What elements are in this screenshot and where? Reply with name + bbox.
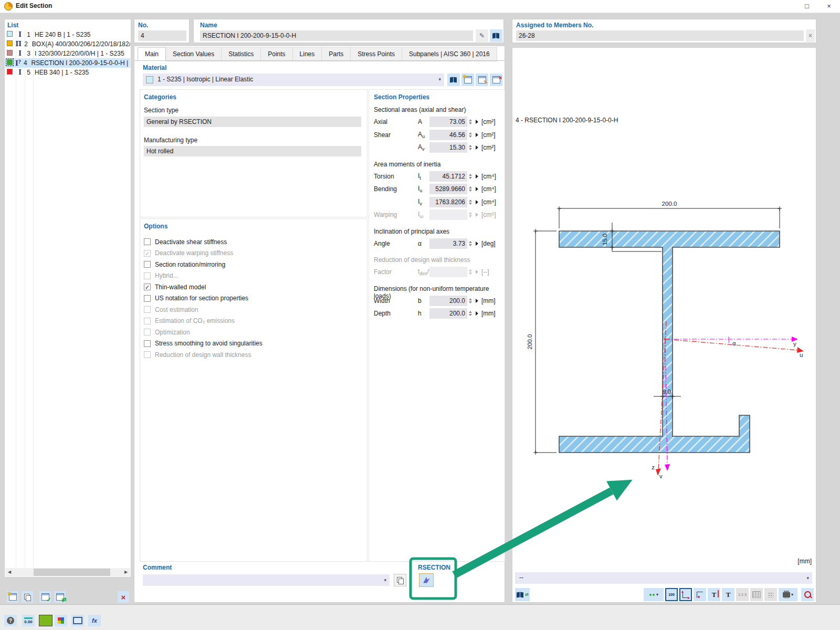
detail-arrow-icon[interactable] [476, 174, 478, 178]
rename-button[interactable]: ✎ [476, 29, 488, 42]
detail-button[interactable] [474, 200, 480, 204]
stress-points-display-button[interactable]: ▾ [644, 588, 664, 601]
detail-button[interactable] [474, 133, 480, 137]
delete-material-button[interactable]: × [490, 74, 502, 86]
spinner-down-icon[interactable] [469, 301, 472, 303]
list-item-1[interactable]: I1HE 240 B | 1 - S235 [5, 30, 130, 39]
property-value-field[interactable]: 1763.8206 [429, 197, 467, 207]
detail-arrow-icon[interactable] [476, 145, 478, 150]
tab-main[interactable]: Main [138, 47, 166, 61]
checkbox-us-notation-for-section-properties[interactable] [144, 295, 151, 302]
preview-navigator-button[interactable]: ⇄ [515, 588, 530, 601]
spinner-up-icon[interactable] [469, 145, 472, 147]
spinner[interactable] [467, 184, 474, 194]
tab-section-values[interactable]: Section Values [166, 47, 222, 61]
chevron-down-icon[interactable]: ▾ [438, 74, 441, 85]
spinner-up-icon[interactable] [469, 132, 472, 134]
detail-arrow-icon[interactable] [476, 187, 478, 191]
detail-button[interactable] [474, 311, 480, 316]
material-library-button[interactable] [447, 74, 460, 86]
option-thin-walled-model[interactable]: ✓Thin-walled model [144, 281, 362, 293]
color-indicator[interactable] [39, 615, 52, 626]
property-value-field[interactable]: 46.56 [429, 130, 467, 140]
detail-button[interactable] [474, 299, 480, 303]
spinner[interactable] [467, 296, 474, 306]
tab-subpanels-aisc-360-2016[interactable]: Subpanels | AISC 360 | 2016 [402, 47, 497, 61]
property-value-field[interactable]: 15.30 [429, 142, 467, 153]
axes-display-button[interactable] [679, 588, 692, 601]
copy-comment-button[interactable] [394, 574, 406, 586]
zoom-reset-button[interactable] [801, 588, 814, 601]
print-button[interactable]: ▾ [779, 588, 797, 601]
property-value-field[interactable]: 3.73 [429, 238, 467, 249]
spinner-up-icon[interactable] [469, 298, 472, 300]
option-stress-smoothing-to-avoid-singularities[interactable]: Stress smoothing to avoid singularities [144, 338, 362, 350]
option-us-notation-for-section-properties[interactable]: US notation for section properties [144, 293, 362, 304]
option-deactivate-shear-stiffness[interactable]: Deactivate shear stiffness [144, 236, 362, 248]
list-item-4[interactable]: I?4RSECTION I 200-200-9-15-0-0-H | 1 - S… [5, 58, 130, 68]
detail-arrow-icon[interactable] [476, 133, 478, 137]
open-rsection-button[interactable] [419, 573, 434, 587]
units-settings-button[interactable]: 0.00 [22, 615, 35, 626]
spinner-up-icon[interactable] [469, 241, 472, 243]
section-dimensions-button[interactable]: T [708, 588, 720, 601]
spinner-down-icon[interactable] [469, 203, 472, 205]
spinner[interactable] [467, 171, 474, 182]
tab-lines[interactable]: Lines [293, 47, 322, 61]
detail-arrow-icon[interactable] [476, 311, 478, 316]
list-scrollbar[interactable]: ◀ ▶ [5, 568, 130, 576]
spinner-up-icon[interactable] [469, 200, 472, 202]
comment-dropdown[interactable]: ▾ [143, 574, 390, 586]
close-button[interactable]: × [818, 0, 840, 13]
detail-arrow-icon[interactable] [476, 120, 478, 124]
option-section-rotation-mirroring[interactable]: Section rotation/mirroring [144, 259, 362, 270]
property-value-field[interactable]: 200.0 [429, 296, 467, 306]
spinner-down-icon[interactable] [469, 148, 472, 150]
detail-arrow-icon[interactable] [476, 242, 478, 246]
spinner-down-icon[interactable] [469, 177, 472, 179]
formula-button[interactable]: fx [88, 615, 101, 626]
spinner-up-icon[interactable] [469, 119, 472, 121]
scroll-right-icon[interactable]: ▶ [122, 568, 130, 576]
spinner-down-icon[interactable] [469, 190, 472, 192]
spinner[interactable] [467, 308, 474, 319]
checkbox-thin-walled-model[interactable]: ✓ [144, 284, 151, 290]
new-section-button[interactable]: ★ [7, 591, 18, 603]
dimension-lines-button[interactable]: 100 [665, 588, 678, 601]
detail-button[interactable] [474, 187, 480, 191]
scrollbar-thumb[interactable] [34, 569, 110, 576]
copy-section-button[interactable] [22, 591, 33, 603]
spinner-up-icon[interactable] [469, 311, 472, 313]
new-material-button[interactable]: ★ [461, 74, 474, 86]
list-item-2[interactable]: Π2BOX(A) 400/300/206/12/20/18/182/0/0 | [5, 39, 130, 49]
name-field[interactable]: RSECTION I 200-200-9-15-0-0-H [200, 30, 473, 41]
detail-button[interactable] [474, 174, 480, 178]
tab-statistics[interactable]: Statistics [222, 47, 261, 61]
detail-button[interactable] [474, 120, 480, 124]
assigned-members-field[interactable]: 26-28 [516, 30, 804, 41]
checkbox-section-rotation-mirroring[interactable] [144, 261, 151, 268]
detail-button[interactable] [474, 242, 480, 246]
select-all-sections-button[interactable]: ✓ [39, 591, 51, 603]
checkbox-stress-smoothing-to-avoid-singularities[interactable] [144, 340, 151, 347]
tab-points[interactable]: Points [261, 47, 292, 61]
section-outline-button[interactable]: T [722, 588, 734, 601]
detail-button[interactable] [474, 145, 480, 150]
section-type-field[interactable]: General by RSECTION [144, 117, 361, 127]
spinner[interactable] [467, 142, 474, 153]
detail-arrow-icon[interactable] [476, 200, 478, 204]
tab-parts[interactable]: Parts [322, 47, 351, 61]
section-library-button[interactable] [490, 29, 502, 42]
spinner[interactable] [467, 117, 474, 127]
list-item-5[interactable]: I5HEB 340 | 1 - S235 [5, 68, 130, 77]
manufacturing-type-field[interactable]: Hot rolled [144, 146, 361, 156]
no-field[interactable]: 4 [138, 30, 186, 41]
edit-material-button[interactable]: ✎ [476, 74, 488, 86]
spinner[interactable] [467, 197, 474, 207]
spinner-up-icon[interactable] [469, 186, 472, 188]
spinner-down-icon[interactable] [469, 314, 472, 316]
scroll-left-icon[interactable]: ◀ [5, 568, 14, 576]
property-value-field[interactable]: 200.0 [429, 308, 467, 319]
spinner[interactable] [467, 130, 474, 140]
material-dropdown[interactable]: 1 - S235 | Isotropic | Linear Elastic ▾ [143, 74, 444, 86]
